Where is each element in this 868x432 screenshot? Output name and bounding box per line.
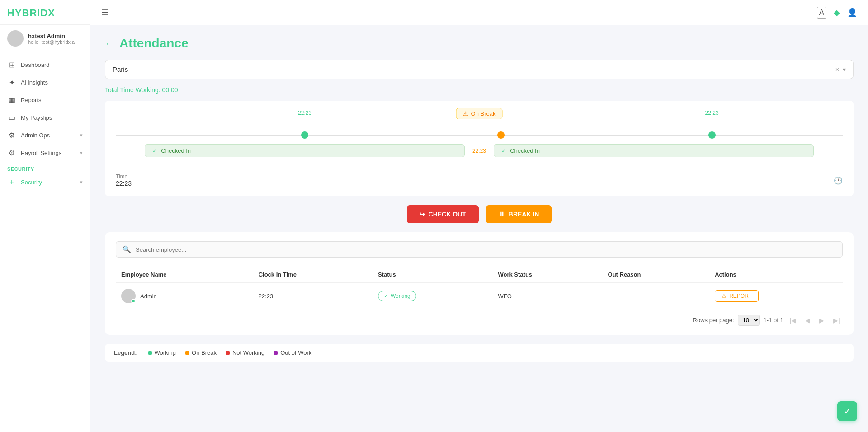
sidebar-item-admin-ops[interactable]: ⚙ Admin Ops ▾ (0, 127, 90, 144)
dot-checkin-right (708, 131, 716, 139)
report-button[interactable]: ⚠ REPORT (715, 290, 759, 302)
col-status: Status (373, 267, 493, 283)
chevron-down-icon: ▾ (80, 179, 83, 185)
col-clock-in: Clock In Time (253, 267, 373, 283)
table-row: Admin 22:23 ✓ Working WFO ⚠ REPORT (116, 283, 843, 309)
rows-per-page-label: Rows per page: (693, 317, 734, 324)
timeline-right-time: 22:23 (705, 110, 719, 116)
dot-break (497, 131, 505, 139)
legend-items: Working On Break Not Working Out of Work (148, 349, 312, 356)
location-actions: × ▾ (835, 66, 846, 73)
security-icon: + (7, 178, 16, 186)
page-info: 1-1 of 1 (764, 317, 783, 324)
topbar: ☰ A ◆ 👤 (90, 0, 868, 25)
rows-per-page-select[interactable]: 10 25 50 (738, 315, 760, 326)
checkout-icon: ↪ (420, 211, 425, 218)
total-time-label: Total Time Working: (105, 86, 160, 94)
legend-dot (185, 351, 189, 355)
checkout-button[interactable]: ↪ CHECK OUT (407, 205, 479, 223)
timeline-cards: ✓ Checked In 22:23 ✓ Checked In (116, 144, 843, 163)
clock-icon: 🕐 (834, 176, 843, 185)
page-header: ← Attendance (105, 36, 854, 51)
content-area: ← Attendance Paris × ▾ Total Time Workin… (90, 25, 868, 432)
total-time-value: 00:00 (162, 86, 178, 94)
on-break-badge: ⚠ On Break (456, 108, 503, 119)
timeline-container: 22:23 ⚠ On Break 22:23 ✓ Checked In (105, 101, 854, 196)
table-header: Employee Name Clock In Time Status Work … (116, 267, 843, 283)
sidebar-item-ai-insights[interactable]: ✦ Ai Insights (0, 74, 90, 91)
search-bar[interactable]: 🔍 (116, 241, 843, 258)
table-body: Admin 22:23 ✓ Working WFO ⚠ REPORT (116, 283, 843, 309)
employee-name: Admin (140, 293, 157, 300)
avatar (121, 289, 136, 303)
chevron-down-icon[interactable]: ▾ (843, 66, 846, 73)
sidebar-item-label: Security (21, 179, 42, 186)
user-icon[interactable]: 👤 (847, 8, 857, 18)
legend-item: On Break (185, 349, 217, 356)
fab-icon: ✓ (844, 406, 851, 417)
sidebar-nav: ⊞ Dashboard ✦ Ai Insights ▦ Reports ▭ My… (0, 52, 90, 432)
last-page-button[interactable]: ▶| (830, 316, 843, 325)
search-icon: 🔍 (123, 245, 131, 254)
fab-button[interactable]: ✓ (837, 401, 857, 421)
menu-icon[interactable]: ☰ (101, 8, 108, 18)
logo: HYBRIDX (0, 0, 90, 25)
translate-icon[interactable]: A (817, 7, 826, 19)
checked-in-card-left: ✓ Checked In (145, 144, 465, 157)
status-badge: ✓ Working (378, 291, 416, 301)
wifi-icon[interactable]: ◆ (834, 8, 840, 18)
timeline-track (116, 135, 843, 136)
col-employee-name: Employee Name (116, 267, 253, 283)
employee-name-cell: Admin (116, 283, 253, 309)
out-reason-cell (603, 283, 710, 309)
back-button[interactable]: ← (105, 38, 114, 49)
time-label: Time (116, 174, 132, 180)
payslips-icon: ▭ (7, 113, 16, 122)
legend-dot (226, 351, 230, 355)
actions-cell: ⚠ REPORT (709, 283, 843, 309)
location-value: Paris (113, 66, 128, 73)
legend-item: Not Working (226, 349, 264, 356)
legend-dot (274, 351, 278, 355)
breakin-icon: ⏸ (499, 211, 505, 218)
topbar-right: A ◆ 👤 (817, 7, 857, 19)
clear-icon[interactable]: × (835, 66, 839, 73)
sidebar-item-my-payslips[interactable]: ▭ My Payslips (0, 109, 90, 127)
first-page-button[interactable]: |◀ (787, 316, 799, 325)
total-time: Total Time Working: 00:00 (105, 86, 854, 94)
next-page-button[interactable]: ▶ (816, 316, 827, 325)
main-area: ☰ A ◆ 👤 ← Attendance Paris × ▾ Total Tim… (90, 0, 868, 432)
checkout-label: CHECK OUT (429, 211, 466, 218)
sidebar-item-reports[interactable]: ▦ Reports (0, 91, 90, 109)
sidebar-item-payroll-settings[interactable]: ⚙ Payroll Settings ▾ (0, 144, 90, 162)
status-cell: ✓ Working (373, 283, 493, 309)
sidebar-item-label: Ai Insights (21, 79, 48, 86)
breakin-label: BREAK IN (509, 211, 539, 218)
timeline-line (116, 131, 843, 139)
clock-in-cell: 22:23 (253, 283, 373, 309)
col-work-status: Work Status (492, 267, 602, 283)
ai-insights-icon: ✦ (7, 78, 16, 87)
breakin-button[interactable]: ⏸ BREAK IN (486, 205, 552, 223)
sidebar: HYBRIDX hxtest Admin hello+test@hybridx.… (0, 0, 90, 432)
sidebar-section-label: Security (0, 162, 90, 174)
legend-item: Working (148, 349, 176, 356)
warning-icon: ⚠ (722, 293, 726, 299)
col-actions: Actions (709, 267, 843, 283)
location-select[interactable]: Paris × ▾ (105, 60, 854, 79)
legend-item-label: On Break (192, 349, 217, 356)
legend-item: Out of Work (274, 349, 311, 356)
prev-page-button[interactable]: ◀ (802, 316, 813, 325)
legend-dot (148, 351, 152, 355)
search-input[interactable] (136, 246, 836, 253)
legend-item-label: Out of Work (280, 349, 311, 356)
time-value: 22:23 (116, 180, 132, 187)
sidebar-item-dashboard[interactable]: ⊞ Dashboard (0, 56, 90, 74)
timeline-center-time: 22:23 (472, 148, 486, 154)
sidebar-item-security[interactable]: + Security ▾ (0, 174, 90, 191)
page-title: Attendance (119, 36, 188, 51)
sidebar-item-label: Dashboard (21, 61, 50, 68)
pagination-row: Rows per page: 10 25 50 1-1 of 1 |◀ ◀ ▶ … (116, 315, 843, 326)
check-icon: ✓ (501, 147, 506, 154)
timeline-top: 22:23 ⚠ On Break 22:23 (116, 110, 843, 126)
